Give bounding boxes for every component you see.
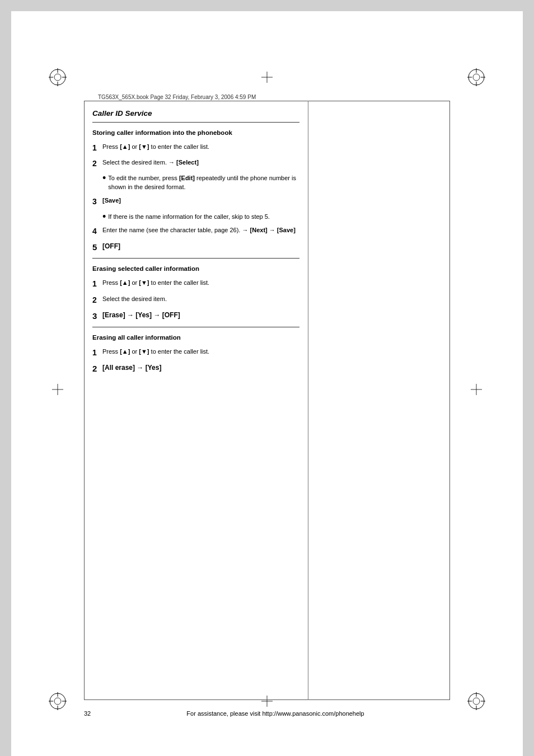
erase-step-3-number: 3	[92, 311, 102, 322]
step-4-number: 4	[92, 226, 102, 236]
step-1: 1 Press [▲] or [▼] to enter the caller l…	[92, 143, 299, 153]
border-left	[84, 101, 85, 700]
erasing-selected-title: Erasing selected caller information	[92, 264, 299, 273]
step-5-content: [OFF]	[102, 242, 299, 251]
section-title: Caller ID Service	[92, 109, 299, 118]
svg-point-7	[473, 74, 480, 81]
file-info: TG563X_565X.book Page 32 Friday, Februar…	[98, 94, 256, 100]
center-mark-left	[52, 384, 63, 395]
erase-all-step-2-content: [All erase] → [Yes]	[102, 363, 299, 373]
border-top	[84, 101, 450, 101]
erase-all-step-1-content: Press [▲] or [▼] to enter the caller lis…	[102, 348, 299, 356]
section-title-divider	[92, 122, 299, 123]
erase-step-1: 1 Press [▲] or [▼] to enter the caller l…	[92, 279, 299, 289]
center-mark-right	[471, 384, 482, 395]
erasing-all-title: Erasing all caller information	[92, 333, 299, 342]
erase-step-2-content: Select the desired item.	[102, 295, 299, 304]
reg-mark-br	[466, 691, 486, 711]
erase-step-3-content: [Erase] → [Yes] → [OFF]	[102, 311, 299, 320]
step-3-number: 3	[92, 196, 102, 206]
erase-all-step-1-number: 1	[92, 348, 102, 358]
reg-mark-bl	[48, 691, 68, 711]
reg-mark-tr	[466, 67, 486, 87]
footer: 32 For assistance, please visit http://w…	[84, 710, 450, 717]
step-2-bullet-1: • To edit the number, press [Edit] repea…	[102, 174, 299, 192]
border-right	[449, 101, 450, 700]
border-bottom	[84, 699, 450, 700]
step-1-number: 1	[92, 143, 102, 153]
erase-step-3: 3 [Erase] → [Yes] → [OFF]	[92, 311, 299, 322]
erase-all-step-1: 1 Press [▲] or [▼] to enter the caller l…	[92, 348, 299, 358]
erase-step-1-number: 1	[92, 279, 102, 289]
erase-step-2-number: 2	[92, 295, 102, 305]
step-1-content: Press [▲] or [▼] to enter the caller lis…	[102, 143, 299, 152]
step-4: 4 Enter the name (see the character tabl…	[92, 226, 299, 236]
step-2-bullets: • To edit the number, press [Edit] repea…	[102, 174, 299, 192]
reg-mark-tl	[48, 67, 68, 87]
step-2-bullet-1-text: To edit the number, press [Edit] repeate…	[108, 174, 299, 192]
step-2-content: Select the desired item. → [Select]	[102, 158, 299, 167]
step-5: 5 [OFF]	[92, 242, 299, 253]
step-3: 3 [Save]	[92, 196, 299, 206]
step-3-content: [Save]	[102, 196, 299, 205]
erase-all-step-2-number: 2	[92, 363, 102, 374]
step-3-bullet-1: • If there is the name information for t…	[102, 213, 299, 222]
step-3-bullets: • If there is the name information for t…	[102, 213, 299, 222]
bullet-dot: •	[102, 173, 106, 183]
content-divider	[308, 101, 308, 700]
footer-assistance-text: For assistance, please visit http://www.…	[101, 710, 450, 717]
page: TG563X_565X.book Page 32 Friday, Februar…	[11, 11, 523, 756]
step-5-number: 5	[92, 242, 102, 253]
svg-point-13	[54, 698, 61, 705]
step-4-content: Enter the name (see the character table,…	[102, 226, 299, 235]
step-3-bullet-1-text: If there is the name information for the…	[108, 213, 299, 222]
storing-section-title: Storing caller information into the phon…	[92, 128, 299, 137]
erase-all-step-2: 2 [All erase] → [Yes]	[92, 363, 299, 374]
center-mark-top	[261, 72, 273, 83]
main-content: Caller ID Service Storing caller informa…	[92, 109, 299, 380]
svg-point-1	[54, 74, 61, 81]
step-2-number: 2	[92, 158, 102, 168]
step-2: 2 Select the desired item. → [Select]	[92, 158, 299, 168]
footer-page-number: 32	[84, 710, 101, 717]
center-mark-bottom	[261, 696, 273, 707]
erase-step-2: 2 Select the desired item.	[92, 295, 299, 305]
erasing-all-divider	[92, 327, 299, 327]
erasing-selected-divider	[92, 258, 299, 259]
erase-step-1-content: Press [▲] or [▼] to enter the caller lis…	[102, 279, 299, 288]
svg-point-19	[473, 698, 480, 705]
bullet-dot-2: •	[102, 212, 106, 222]
